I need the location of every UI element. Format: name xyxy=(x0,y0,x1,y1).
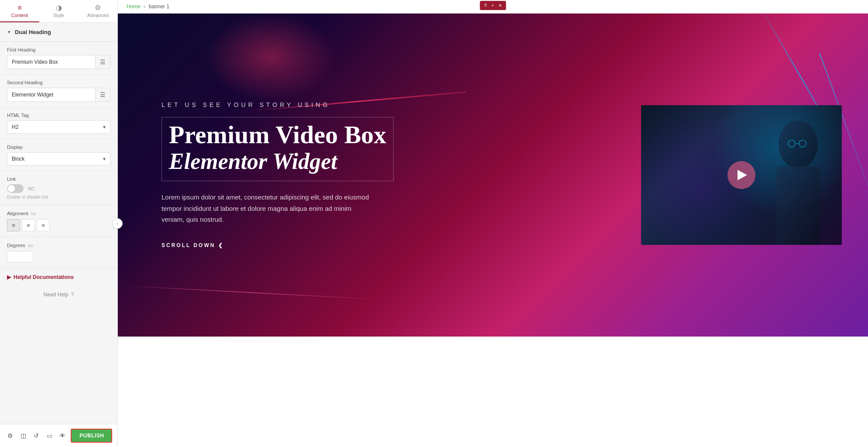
preview-bottom-icon[interactable]: 👁 xyxy=(58,430,67,442)
section-title: Dual Heading xyxy=(15,29,51,35)
tab-content[interactable]: ≡ Content xyxy=(0,0,39,22)
html-tag-field: HTML Tag H2 H1 H3 H4 H5 H6 div span p ▾ xyxy=(0,107,117,139)
first-heading-field: First Heading ☰ xyxy=(0,42,117,75)
breadcrumb-home[interactable]: Home xyxy=(127,3,141,10)
section-collapse-icon: ▼ xyxy=(7,30,11,34)
second-heading-input[interactable] xyxy=(7,89,95,101)
html-tag-select-row: H2 H1 H3 H4 H5 H6 div span p ▾ xyxy=(7,120,110,134)
first-heading-input[interactable] xyxy=(7,56,95,68)
second-heading-input-row: ☰ xyxy=(7,88,110,102)
publish-button[interactable]: PUBLISH xyxy=(72,430,112,442)
align-center-button[interactable]: ≡ xyxy=(22,219,35,231)
section-dual-heading[interactable]: ▼ Dual Heading xyxy=(0,23,117,42)
publish-area: PUBLISH ▾ xyxy=(71,429,112,443)
degrees-screen-icon: ▭ xyxy=(28,242,33,248)
left-panel: ≡ Content ◑ Style ⚙ Advanced ▼ Dual Head… xyxy=(0,0,118,447)
alignment-buttons: ≡ ≡ ≡ xyxy=(7,219,110,231)
display-select-row: Block Inline Inline-Block Flex ▾ xyxy=(7,152,110,165)
html-tag-select[interactable]: H2 H1 H3 H4 H5 H6 div span p xyxy=(7,121,99,133)
tab-advanced-label: Advanced xyxy=(87,13,109,18)
play-button[interactable] xyxy=(727,161,755,189)
second-heading-label: Second Heading xyxy=(7,80,110,85)
hero-subtitle: LET US SEE YOUR STORY USING xyxy=(161,101,641,108)
svg-point-0 xyxy=(779,120,818,168)
helpful-docs-arrow: ▶ xyxy=(7,274,11,280)
advanced-tab-icon: ⚙ xyxy=(95,4,101,11)
need-help-label: Need Help xyxy=(44,292,69,298)
help-icon[interactable]: ? xyxy=(71,292,74,298)
widget-move-icon[interactable]: ⠿ xyxy=(482,2,489,9)
hero-right xyxy=(641,105,842,245)
first-heading-label: First Heading xyxy=(7,47,110,52)
style-tab-icon: ◑ xyxy=(56,4,62,11)
link-label: Link xyxy=(7,176,110,182)
link-toggle-state-label: NO xyxy=(28,186,34,191)
panel-content: ▼ Dual Heading First Heading ☰ Second He… xyxy=(0,23,117,424)
video-person-svg xyxy=(755,114,842,245)
breadcrumb: Home » banner 1 ⠿ + ✕ LOYSEO.COM xyxy=(118,0,868,14)
degrees-input[interactable] xyxy=(7,251,33,262)
tab-advanced[interactable]: ⚙ Advanced xyxy=(78,0,117,22)
first-heading-options-icon[interactable]: ☰ xyxy=(95,55,110,69)
need-help-section: Need Help ? xyxy=(0,286,117,303)
tab-content-label: Content xyxy=(11,13,28,18)
bottom-bar: ⚙ ◫ ↺ ▭ 👁 PUBLISH ▾ xyxy=(0,424,117,447)
link-toggle-row: NO xyxy=(7,184,110,193)
hero-heading-1: Premium Video Box xyxy=(169,121,386,149)
align-right-button[interactable]: ≡ xyxy=(37,219,50,231)
breadcrumb-current: banner 1 xyxy=(149,3,169,10)
tab-style-label: Style xyxy=(53,13,64,18)
hero-left: LET US SEE YOUR STORY USING Premium Vide… xyxy=(161,101,641,248)
display-select[interactable]: Block Inline Inline-Block Flex xyxy=(7,153,99,165)
tabs-bar: ≡ Content ◑ Style ⚙ Advanced xyxy=(0,0,117,23)
play-icon xyxy=(738,170,747,180)
widget-plus-icon[interactable]: + xyxy=(490,2,496,9)
screen-size-icon: ▭ xyxy=(31,210,36,217)
panel-collapse-arrow[interactable]: ‹ xyxy=(112,218,123,229)
settings-bottom-icon[interactable]: ⚙ xyxy=(5,430,15,442)
align-left-button[interactable]: ≡ xyxy=(7,219,20,231)
second-heading-options-icon[interactable]: ☰ xyxy=(95,88,110,101)
layers-bottom-icon[interactable]: ◫ xyxy=(18,430,28,442)
history-bottom-icon[interactable]: ↺ xyxy=(31,430,41,442)
svg-rect-1 xyxy=(776,166,820,245)
heading-box: Premium Video Box Elementor Widget xyxy=(161,117,394,181)
display-field: Display Block Inline Inline-Block Flex ▾ xyxy=(0,139,117,171)
degrees-text-label: Degrees xyxy=(7,243,25,248)
display-label: Display xyxy=(7,144,110,150)
hero-heading-2: Elementor Widget xyxy=(169,149,386,174)
hero-description: Lorem ipsum dolor sit amet, consectetur … xyxy=(161,192,371,225)
scroll-down-button[interactable]: SCROLL DOWN ❮ xyxy=(161,242,224,248)
link-field: Link NO Enable or disable link xyxy=(0,171,117,205)
breadcrumb-separator: » xyxy=(143,3,146,10)
helpful-docs-link[interactable]: ▶ Helpful Documentations xyxy=(0,268,117,286)
widget-close-icon[interactable]: ✕ xyxy=(497,2,504,9)
degrees-field: Degrees ▭ xyxy=(0,237,117,268)
content-tab-icon: ≡ xyxy=(17,4,21,11)
second-heading-field: Second Heading ☰ xyxy=(0,75,117,107)
alignment-field: Alignment ▭ ≡ ≡ ≡ xyxy=(0,205,117,237)
canvas-area: Home » banner 1 ⠿ + ✕ LOYSEO.COM LET US … xyxy=(118,0,868,447)
light-streak-3 xyxy=(118,285,379,299)
link-hint: Enable or disable link xyxy=(7,195,110,199)
widget-controls: ⠿ + ✕ xyxy=(480,1,506,10)
alignment-text-label: Alignment xyxy=(7,211,28,216)
tab-style[interactable]: ◑ Style xyxy=(39,0,79,22)
alignment-label: Alignment ▭ xyxy=(7,210,110,217)
responsive-bottom-icon[interactable]: ▭ xyxy=(45,430,54,442)
html-tag-arrow-icon: ▾ xyxy=(99,121,110,133)
html-tag-label: HTML Tag xyxy=(7,113,110,118)
main-content: Home » banner 1 ⠿ + ✕ LOYSEO.COM LET US … xyxy=(118,0,868,447)
publish-dropdown-button[interactable]: ▾ xyxy=(112,430,112,442)
link-toggle[interactable] xyxy=(7,184,24,193)
helpful-docs-label: Helpful Documentations xyxy=(14,274,74,280)
video-thumbnail[interactable] xyxy=(641,105,842,245)
first-heading-input-row: ☰ xyxy=(7,55,110,69)
degrees-label: Degrees ▭ xyxy=(7,242,110,248)
display-arrow-icon: ▾ xyxy=(99,153,110,165)
scroll-down-label: SCROLL DOWN ❮ xyxy=(161,242,224,248)
hero-section: LET US SEE YOUR STORY USING Premium Vide… xyxy=(118,14,868,337)
degrees-input-row xyxy=(7,251,110,262)
